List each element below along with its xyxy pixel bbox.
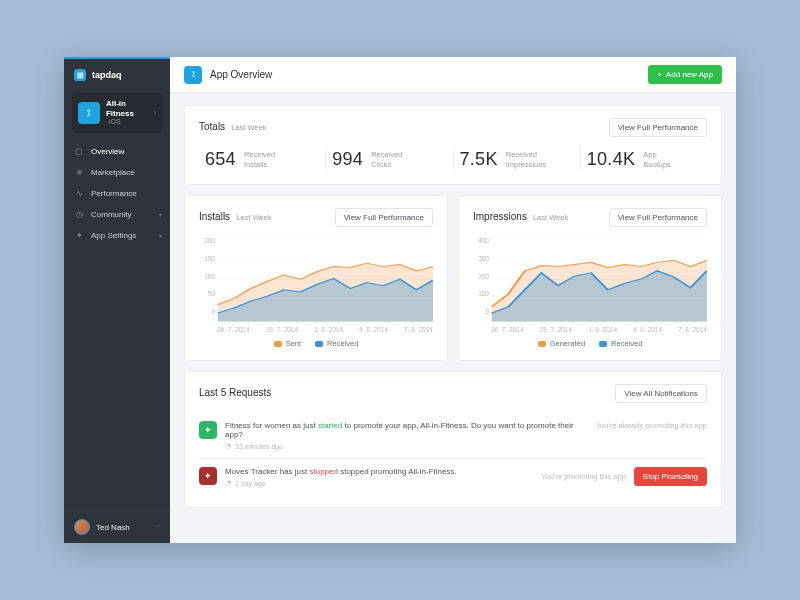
- avatar: [74, 519, 90, 535]
- request-time: 33 minutes ago: [235, 443, 283, 450]
- user-menu[interactable]: Ted Nash ˆ: [64, 510, 170, 543]
- app-icon: ⟟: [78, 102, 100, 124]
- request-app-icon: ✦: [199, 467, 217, 485]
- stat-label-1: Received: [371, 150, 402, 159]
- sidebar-item-community[interactable]: ◷Community▾: [64, 204, 170, 225]
- view-full-performance-button[interactable]: View Full Performance: [609, 208, 707, 227]
- sidebar-item-overview[interactable]: ▢Overview: [64, 141, 170, 162]
- request-aside-note: You're already promoting this app: [596, 421, 707, 430]
- add-new-app-label: Add new App: [666, 70, 713, 79]
- legend-item: Received: [315, 339, 358, 348]
- chevron-down-icon: ▾: [159, 232, 162, 239]
- x-tick: 26. 7. 2014: [217, 326, 250, 333]
- view-full-performance-button[interactable]: View Full Performance: [609, 118, 707, 137]
- page-app-icon: ⟟: [184, 66, 202, 84]
- request-row: ✦Moves Tracker has just stopped stopped …: [199, 458, 707, 495]
- app-name: All-in Fitness: [106, 99, 156, 118]
- request-message: Moves Tracker has just stopped stopped p…: [225, 467, 533, 476]
- add-new-app-button[interactable]: + Add new App: [648, 65, 722, 84]
- chart-title: Impressions: [473, 211, 527, 222]
- sidebar-item-label: Marketplace: [91, 168, 135, 177]
- nav-icon: ∿: [74, 189, 84, 198]
- stat-label-2: Clicks: [371, 160, 402, 169]
- chevron-right-icon: ›: [154, 109, 156, 116]
- legend-swatch: [315, 341, 323, 347]
- brand: ⊞ tapdaq: [64, 57, 170, 89]
- x-tick: 28. 7. 2014: [266, 326, 299, 333]
- user-name: Ted Nash: [96, 523, 130, 532]
- clock-icon: ◔: [225, 442, 231, 450]
- clock-icon: ◔: [225, 479, 231, 487]
- stat: 994ReceivedClicks: [325, 147, 452, 172]
- stat-label-1: Received: [244, 150, 275, 159]
- plus-icon: +: [657, 70, 662, 79]
- content: Totals Last Week View Full Performance 6…: [170, 93, 736, 518]
- requests-list: ✦Fitness for women as just started to pr…: [199, 413, 707, 495]
- legend-item: Received: [599, 339, 642, 348]
- stat-label-2: Impressions: [506, 160, 546, 169]
- x-tick: 7. 8. 2014: [678, 326, 707, 333]
- app-platform: iOS: [106, 118, 156, 126]
- app-selector[interactable]: ⟟ All-in Fitness iOS ›: [72, 93, 162, 133]
- sidebar-nav: ▢Overview≋Marketplace∿Performance◷Commun…: [64, 141, 170, 246]
- nav-icon: ✶: [74, 231, 84, 240]
- sidebar-item-app-settings[interactable]: ✶App Settings▾: [64, 225, 170, 246]
- topbar: ⟟ App Overview + Add new App: [170, 57, 736, 93]
- legend-swatch: [538, 341, 546, 347]
- requests-title: Last 5 Requests: [199, 387, 271, 398]
- legend-swatch: [274, 341, 282, 347]
- requests-card: Last 5 Requests View All Notifications ✦…: [184, 371, 722, 508]
- x-tick: 7. 8. 2014: [404, 326, 433, 333]
- x-tick: 4. 8. 2014: [633, 326, 662, 333]
- stat-label-2: Bootups: [643, 160, 671, 169]
- request-aside: You're promoting this appStop Promoting: [541, 467, 707, 486]
- chart-plot: 20015010050026. 7. 201428. 7. 20141. 8. …: [199, 237, 433, 333]
- chart-legend: SentReceived: [199, 339, 433, 348]
- chart-period: Last Week: [533, 213, 568, 222]
- charts-row: InstallsLast WeekView Full Performance20…: [184, 195, 722, 371]
- totals-card: Totals Last Week View Full Performance 6…: [184, 105, 722, 185]
- stat-label-1: Received: [506, 150, 546, 159]
- main: ⟟ App Overview + Add new App Totals Last…: [170, 57, 736, 543]
- chevron-down-icon: ▾: [159, 211, 162, 218]
- stat-value: 654: [205, 149, 236, 170]
- chevron-up-icon: ˆ: [158, 524, 160, 531]
- request-time: 1 day ago: [235, 480, 266, 487]
- nav-icon: ▢: [74, 147, 84, 156]
- chart-legend: GeneratedReceived: [473, 339, 707, 348]
- sidebar: ⊞ tapdaq ⟟ All-in Fitness iOS › ▢Overvie…: [64, 57, 170, 543]
- brand-name: tapdaq: [92, 70, 122, 80]
- sidebar-item-performance[interactable]: ∿Performance: [64, 183, 170, 204]
- sidebar-item-label: Performance: [91, 189, 137, 198]
- chart-card-installs: InstallsLast WeekView Full Performance20…: [184, 195, 448, 361]
- sidebar-item-label: Community: [91, 210, 131, 219]
- x-tick: 1. 8. 2014: [588, 326, 617, 333]
- stat-value: 10.4K: [587, 149, 636, 170]
- legend-swatch: [599, 341, 607, 347]
- sidebar-item-marketplace[interactable]: ≋Marketplace: [64, 162, 170, 183]
- x-tick: 26. 7. 2014: [491, 326, 524, 333]
- request-message: Fitness for women as just started to pro…: [225, 421, 588, 439]
- stop-promoting-button[interactable]: Stop Promoting: [634, 467, 707, 486]
- view-all-notifications-button[interactable]: View All Notifications: [615, 384, 707, 403]
- stat-label-1: App: [643, 150, 671, 159]
- totals-title: Totals: [199, 121, 225, 132]
- stat: 654ReceivedInstalls: [199, 147, 325, 172]
- chart-plot: 400300200100026. 7. 201428. 7. 20141. 8.…: [473, 237, 707, 333]
- stat-value: 994: [332, 149, 363, 170]
- request-app-icon: ✦: [199, 421, 217, 439]
- sidebar-item-label: App Settings: [91, 231, 136, 240]
- x-tick: 4. 8. 2014: [359, 326, 388, 333]
- request-aside: You're already promoting this app: [596, 421, 707, 430]
- view-full-performance-button[interactable]: View Full Performance: [335, 208, 433, 227]
- chart-period: Last Week: [236, 213, 271, 222]
- stat: 7.5KReceivedImpressions: [453, 147, 580, 172]
- nav-icon: ◷: [74, 210, 84, 219]
- stat-value: 7.5K: [460, 149, 498, 170]
- request-aside-note: You're promoting this app: [541, 472, 626, 481]
- chart-card-impressions: ImpressionsLast WeekView Full Performanc…: [458, 195, 722, 361]
- stat: 10.4KAppBootups: [580, 147, 707, 172]
- legend-item: Sent: [274, 339, 301, 348]
- totals-row: 654ReceivedInstalls994ReceivedClicks7.5K…: [199, 147, 707, 172]
- app-window: ⊞ tapdaq ⟟ All-in Fitness iOS › ▢Overvie…: [64, 57, 736, 543]
